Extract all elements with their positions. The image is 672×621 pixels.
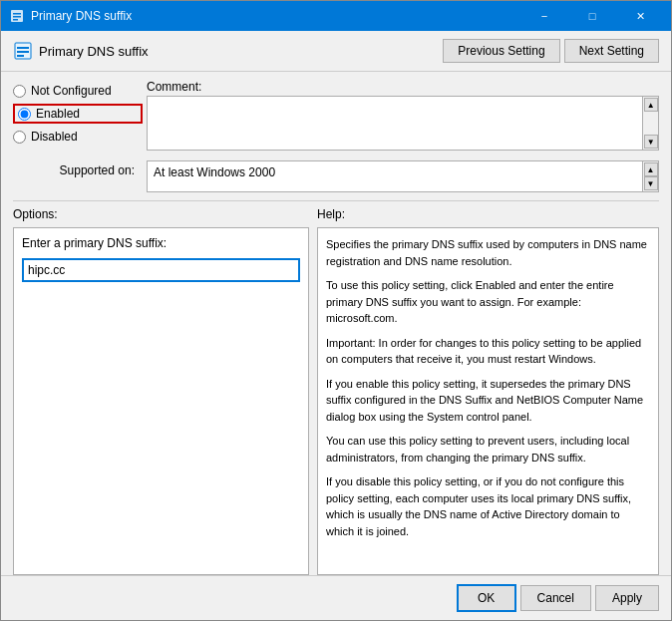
maximize-button[interactable]: □ [569, 6, 615, 26]
scroll-up-arrow[interactable]: ▲ [644, 98, 658, 112]
help-panel: Help: Specifies the primary DNS suffix u… [317, 207, 659, 575]
close-button[interactable]: ✕ [617, 6, 663, 26]
svg-rect-5 [17, 47, 29, 49]
options-panel: Options: Enter a primary DNS suffix: [13, 207, 317, 575]
toolbar-title: Primary DNS suffix [39, 44, 149, 59]
toolbar: Primary DNS suffix Previous Setting Next… [1, 31, 671, 72]
supported-with-scroll: At least Windows 2000 ▲ ▼ [147, 160, 659, 192]
dns-suffix-input[interactable] [22, 258, 300, 282]
supported-scrollbar: ▲ ▼ [643, 160, 659, 192]
disabled-label: Disabled [31, 130, 78, 144]
radio-group: Not Configured Enabled Disabled [13, 80, 143, 151]
previous-setting-button[interactable]: Previous Setting [443, 39, 559, 63]
svg-rect-3 [13, 19, 18, 21]
title-bar-controls: − □ ✕ [521, 6, 663, 26]
comment-area: Comment: ▲ ▼ [147, 80, 659, 151]
help-para-3: Important: In order for changes to this … [326, 335, 650, 368]
bottom-bar: OK Cancel Apply [1, 575, 671, 620]
not-configured-radio-label[interactable]: Not Configured [13, 84, 143, 98]
enabled-radio[interactable] [18, 108, 31, 121]
title-bar-title: Primary DNS suffix [31, 9, 132, 23]
toolbar-left: Primary DNS suffix [13, 41, 149, 61]
help-para-4: If you enable this policy setting, it su… [326, 376, 650, 426]
enabled-label: Enabled [36, 107, 80, 121]
help-heading: Help: [317, 207, 659, 221]
options-content: Enter a primary DNS suffix: [13, 227, 309, 575]
next-setting-button[interactable]: Next Setting [564, 39, 659, 63]
apply-button[interactable]: Apply [595, 585, 659, 611]
comment-textarea[interactable] [147, 96, 643, 151]
minimize-button[interactable]: − [521, 6, 567, 26]
title-bar-left: Primary DNS suffix [9, 8, 132, 24]
supported-on-label: Supported on: [13, 160, 143, 177]
disabled-radio[interactable] [13, 131, 26, 144]
cancel-button[interactable]: Cancel [520, 585, 591, 611]
options-heading: Options: [13, 207, 309, 221]
svg-rect-6 [17, 51, 29, 53]
toolbar-icon [13, 41, 33, 61]
main-window: Primary DNS suffix − □ ✕ Primary DNS suf… [0, 0, 672, 621]
options-field-label: Enter a primary DNS suffix: [22, 236, 300, 250]
panels: Options: Enter a primary DNS suffix: Hel… [1, 207, 671, 575]
content-area: Not Configured Enabled Disabled Comment: [1, 72, 671, 575]
not-configured-radio[interactable] [13, 85, 26, 98]
help-para-2: To use this policy setting, click Enable… [326, 277, 650, 327]
window-icon [9, 8, 25, 24]
enabled-radio-label[interactable]: Enabled [13, 104, 143, 124]
comment-scrollbar: ▲ ▼ [643, 96, 659, 151]
svg-rect-1 [13, 13, 21, 15]
not-configured-label: Not Configured [31, 84, 112, 98]
comment-with-scroll: ▲ ▼ [147, 96, 659, 151]
comment-label: Comment: [147, 80, 659, 94]
disabled-radio-label[interactable]: Disabled [13, 130, 143, 144]
toolbar-buttons: Previous Setting Next Setting [443, 39, 659, 63]
scroll-down-arrow[interactable]: ▼ [644, 135, 658, 149]
svg-rect-7 [17, 55, 24, 57]
ok-button[interactable]: OK [457, 584, 516, 612]
supported-on-value: At least Windows 2000 [147, 160, 643, 192]
svg-rect-2 [13, 16, 21, 18]
help-para-6: If you disable this policy setting, or i… [326, 473, 650, 539]
top-section: Not Configured Enabled Disabled Comment: [1, 72, 671, 156]
supported-scroll-down[interactable]: ▼ [644, 176, 658, 190]
supported-on-row: Supported on: At least Windows 2000 ▲ ▼ [1, 156, 671, 200]
help-para-1: Specifies the primary DNS suffix used by… [326, 236, 650, 269]
supported-scroll-up[interactable]: ▲ [644, 162, 658, 176]
help-content[interactable]: Specifies the primary DNS suffix used by… [317, 227, 659, 575]
title-bar: Primary DNS suffix − □ ✕ [1, 1, 671, 31]
divider [13, 200, 659, 201]
help-para-5: You can use this policy setting to preve… [326, 433, 650, 466]
